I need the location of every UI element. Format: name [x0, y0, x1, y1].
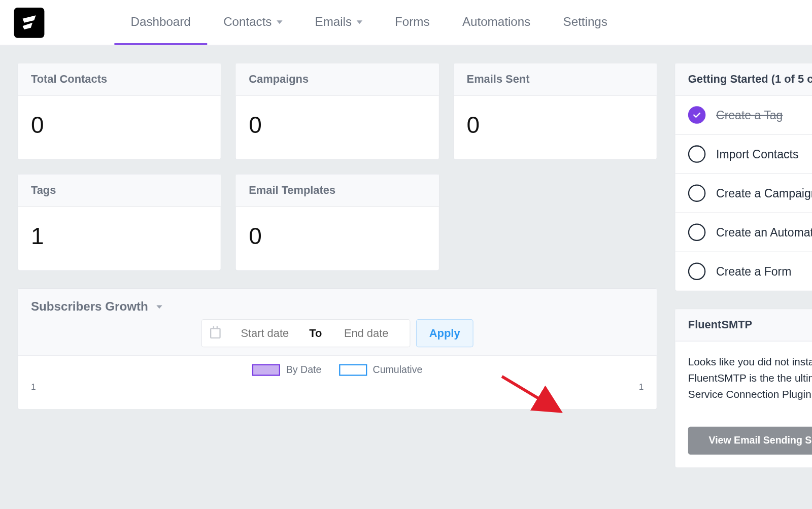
gs-item-create-automation[interactable]: Create an Automation	[675, 213, 812, 252]
stat-label: Total Contacts	[18, 63, 221, 95]
stat-label: Email Templates	[236, 175, 438, 207]
gs-item-label: Create an Automation	[716, 225, 812, 239]
circle-icon	[688, 145, 706, 163]
stat-label: Campaigns	[236, 63, 438, 95]
stat-total-contacts[interactable]: Total Contacts 0	[18, 63, 222, 160]
nav-label: Settings	[563, 15, 607, 29]
legend-label: By Date	[286, 364, 322, 376]
subscribers-growth-card: Subscribers Growth To Apply By Date	[18, 288, 657, 410]
app-logo	[14, 8, 45, 38]
gs-item-create-tag[interactable]: Create a Tag	[675, 96, 812, 135]
y-axis-left-tick: 1	[31, 382, 36, 392]
right-column: Getting Started (1 of 5 complete) Create…	[674, 63, 812, 468]
chart-title: Subscribers Growth	[31, 299, 148, 314]
chart-plot-area: 1 1	[18, 382, 657, 409]
chevron-down-icon	[277, 20, 283, 24]
nav-items: Dashboard Contacts Emails Forms Automati…	[114, 0, 624, 45]
chart-header: Subscribers Growth To Apply	[18, 289, 657, 356]
stat-value: 0	[18, 96, 221, 159]
stat-label: Tags	[18, 175, 221, 207]
nav-contacts[interactable]: Contacts	[207, 0, 298, 45]
getting-started-header: Getting Started (1 of 5 complete)	[675, 63, 812, 95]
gs-item-label: Create a Tag	[716, 108, 783, 121]
stat-emails-sent[interactable]: Emails Sent 0	[453, 63, 657, 160]
stat-email-templates[interactable]: Email Templates 0	[235, 174, 439, 271]
content-area: Total Contacts 0 Campaigns 0 Emails Sent…	[0, 46, 812, 486]
left-column: Total Contacts 0 Campaigns 0 Emails Sent…	[18, 63, 657, 468]
circle-icon	[688, 223, 706, 241]
circle-icon	[688, 184, 706, 202]
y-axis-right-tick: 1	[639, 382, 644, 392]
fluentsmtp-body: Looks like you did not install FluentSMT…	[675, 342, 812, 416]
nav-emails[interactable]: Emails	[298, 0, 379, 45]
nav-dashboard[interactable]: Dashboard	[114, 0, 207, 45]
gs-item-create-campaign[interactable]: Create a Campaign	[675, 174, 812, 213]
nav-settings[interactable]: Settings	[547, 0, 624, 45]
end-date-input[interactable]	[331, 327, 401, 340]
chevron-down-icon	[356, 20, 362, 24]
nav-automations[interactable]: Automations	[446, 0, 547, 45]
legend-label: Cumulative	[373, 364, 423, 376]
view-email-settings-button[interactable]: View Email Sending Service Settings	[688, 426, 812, 454]
to-label: To	[309, 327, 322, 340]
stat-campaigns[interactable]: Campaigns 0	[235, 63, 439, 160]
getting-started-card: Getting Started (1 of 5 complete) Create…	[674, 63, 812, 291]
stat-label: Emails Sent	[454, 63, 656, 95]
gs-item-import-contacts[interactable]: Import Contacts	[675, 135, 812, 174]
nav-label: Contacts	[223, 15, 272, 29]
legend-by-date[interactable]: By Date	[252, 364, 321, 376]
stat-value: 0	[236, 207, 438, 270]
stat-value: 0	[454, 96, 656, 159]
nav-label: Dashboard	[131, 15, 191, 29]
date-range-picker[interactable]: To	[201, 319, 410, 347]
check-circle-icon	[688, 106, 706, 123]
top-nav: Dashboard Contacts Emails Forms Automati…	[0, 0, 812, 46]
fluentsmtp-card: FluentSMTP Looks like you did not instal…	[674, 309, 812, 468]
gs-item-label: Create a Form	[716, 265, 791, 278]
gs-item-create-form[interactable]: Create a Form	[675, 252, 812, 291]
stat-value: 0	[236, 96, 438, 159]
legend-swatch-icon	[252, 364, 280, 376]
stat-value: 1	[18, 207, 221, 270]
calendar-icon	[210, 328, 221, 338]
gs-item-label: Create a Campaign	[716, 186, 812, 199]
nav-label: Forms	[395, 15, 429, 29]
circle-icon	[688, 263, 706, 281]
nav-label: Automations	[462, 15, 530, 29]
fluent-logo-icon	[19, 13, 39, 32]
chart-legend: By Date Cumulative	[18, 356, 657, 382]
nav-label: Emails	[315, 15, 352, 29]
legend-swatch-icon	[339, 364, 367, 376]
stats-grid: Total Contacts 0 Campaigns 0 Emails Sent…	[18, 63, 657, 270]
nav-forms[interactable]: Forms	[379, 0, 446, 45]
start-date-input[interactable]	[230, 327, 300, 340]
chevron-down-icon[interactable]	[156, 305, 162, 309]
fluentsmtp-header: FluentSMTP	[675, 310, 812, 342]
legend-cumulative[interactable]: Cumulative	[339, 364, 423, 376]
stat-tags[interactable]: Tags 1	[18, 174, 222, 271]
gs-item-label: Import Contacts	[716, 147, 798, 160]
chart-controls: To Apply	[31, 319, 644, 347]
apply-button[interactable]: Apply	[416, 319, 473, 347]
